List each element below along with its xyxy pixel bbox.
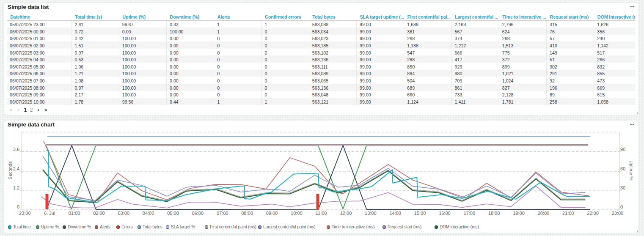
svg-text:19:00: 19:00	[513, 211, 525, 216]
svg-text:17:00: 17:00	[464, 211, 476, 216]
svg-text:23:00: 23:00	[19, 211, 31, 216]
svg-text:21:00: 21:00	[562, 211, 574, 216]
svg-text:13:00: 13:00	[365, 211, 377, 216]
svg-text:14:00: 14:00	[389, 211, 401, 216]
svg-text:30: 30	[620, 185, 625, 190]
svg-text:20:00: 20:00	[538, 211, 550, 216]
svg-text:18:00: 18:00	[488, 211, 500, 216]
svg-text:22:00: 22:00	[587, 211, 599, 216]
svg-text:1.2: 1.2	[13, 185, 19, 190]
svg-text:2.4: 2.4	[13, 166, 19, 171]
svg-text:0: 0	[17, 204, 19, 209]
svg-text:02:00: 02:00	[93, 211, 105, 216]
svg-text:01:00: 01:00	[69, 211, 80, 216]
svg-text:03:00: 03:00	[118, 211, 129, 216]
svg-text:23:00: 23:00	[612, 211, 624, 216]
svg-text:15:00: 15:00	[414, 211, 426, 216]
svg-text:6. Jul: 6. Jul	[44, 211, 55, 216]
svg-text:11:00: 11:00	[316, 211, 327, 216]
svg-text:07:00: 07:00	[217, 211, 228, 216]
svg-text:09:00: 09:00	[266, 211, 278, 216]
svg-text:06:00: 06:00	[192, 211, 204, 216]
svg-text:16:00: 16:00	[439, 211, 451, 216]
svg-text:60: 60	[620, 166, 625, 171]
svg-text:08:00: 08:00	[241, 211, 253, 216]
svg-text:05:00: 05:00	[167, 211, 179, 216]
svg-text:90: 90	[620, 147, 625, 152]
svg-text:3.6: 3.6	[13, 147, 19, 152]
svg-text:0: 0	[620, 204, 623, 209]
svg-text:04:00: 04:00	[143, 211, 154, 216]
svg-text:10:00: 10:00	[291, 211, 303, 216]
svg-text:12:00: 12:00	[340, 211, 352, 216]
